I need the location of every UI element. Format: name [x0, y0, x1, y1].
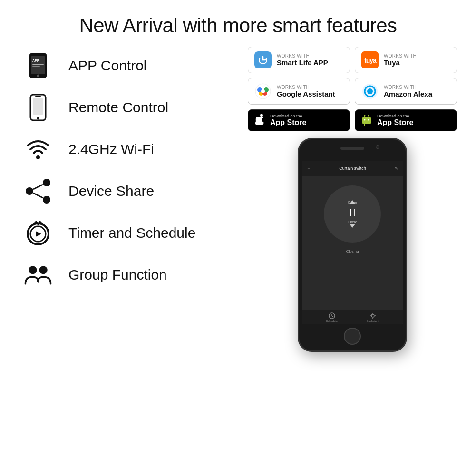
phone-header-title: Curtain switch [311, 166, 395, 171]
page-title: New Arrival with more smart features [0, 0, 476, 47]
svg-point-12 [43, 179, 50, 186]
phone-backlight-label: BackLight [366, 320, 379, 322]
android-store-line1: Download on the [377, 114, 413, 118]
badge-google-assistant: WORKS WITH Google Assistant [248, 78, 350, 105]
alexa-name: Amazon Alexa [384, 90, 432, 98]
svg-line-38 [364, 115, 365, 117]
svg-point-6 [37, 75, 39, 77]
svg-rect-3 [32, 64, 44, 65]
svg-line-16 [33, 193, 43, 198]
svg-point-31 [261, 89, 265, 93]
svg-point-40 [364, 119, 366, 121]
android-app-store-badge[interactable]: Download on the App Store [355, 109, 457, 131]
android-icon [360, 113, 373, 128]
phone-screen: ← Curtain switch ✎ Open [302, 161, 403, 324]
smart-life-icon [254, 51, 272, 69]
group-icon [19, 261, 57, 289]
svg-text:tuya: tuya [364, 57, 377, 64]
phone-body: Open | | Close Closing [302, 176, 403, 324]
feature-wifi-label: 2.4GHz Wi-Fi [68, 141, 154, 157]
feature-remote-control-label: Remote Control [68, 99, 168, 116]
tuya-text: WORKS WITH Tuya [384, 53, 417, 67]
svg-rect-5 [32, 68, 42, 68]
svg-point-9 [37, 117, 39, 120]
svg-rect-4 [32, 66, 40, 67]
svg-rect-35 [362, 117, 371, 124]
feature-group-label: Group Function [68, 267, 167, 283]
svg-point-43 [371, 314, 374, 317]
svg-line-15 [33, 185, 43, 189]
phone-home-button [344, 328, 361, 345]
smartphone-icon [19, 93, 57, 122]
svg-point-34 [367, 88, 373, 94]
google-assistant-name: Google Assistant [277, 90, 335, 98]
curtain-closing-label: Closing [346, 249, 359, 253]
android-store-text: Download on the App Store [377, 114, 413, 127]
feature-wifi: 2.4GHz Wi-Fi [19, 135, 248, 164]
ios-store-line2: App Store [270, 118, 306, 127]
phone-camera [376, 145, 379, 149]
google-works-with: WORKS WITH [277, 85, 335, 90]
right-panel: WORKS WITH Smart Life APP tuya WORKS WIT… [248, 47, 457, 352]
feature-app-control-label: APP Control [68, 58, 147, 74]
svg-text:APP: APP [32, 59, 39, 62]
feature-remote-control: Remote Control [19, 93, 248, 122]
tuya-works-with: WORKS WITH [384, 53, 417, 58]
feature-list: APP APP Control Remote Control [19, 47, 248, 352]
svg-rect-10 [35, 96, 41, 97]
smart-life-works-with: WORKS WITH [277, 53, 328, 58]
badges-grid: WORKS WITH Smart Life APP tuya WORKS WIT… [248, 47, 457, 131]
feature-timer: Timer and Schedule [19, 219, 248, 247]
ios-store-text: Download on the App Store [270, 114, 306, 127]
google-assistant-text: WORKS WITH Google Assistant [277, 85, 335, 98]
badge-smart-life: WORKS WITH Smart Life APP [248, 47, 350, 73]
smart-life-name: Smart Life APP [277, 58, 328, 67]
svg-marker-19 [36, 231, 41, 237]
smart-life-text: WORKS WITH Smart Life APP [277, 53, 328, 67]
phone-header: ← Curtain switch ✎ [302, 161, 403, 176]
ios-app-store-badge[interactable]: Download on the App Store [248, 109, 350, 131]
svg-point-13 [26, 187, 33, 195]
phone-schedule-label: Schedule [326, 320, 338, 322]
phone-backlight-btn: BackLight [366, 312, 379, 322]
curtain-close-label: Close [348, 220, 357, 224]
phone-schedule-btn: Schedule [326, 312, 338, 322]
svg-rect-8 [33, 98, 43, 115]
feature-device-share: Device Share [19, 177, 248, 205]
badge-tuya: tuya WORKS WITH Tuya [355, 47, 457, 73]
svg-point-21 [29, 266, 37, 274]
google-icon [254, 82, 272, 100]
svg-point-41 [368, 119, 369, 121]
ios-store-line1: Download on the [270, 114, 306, 118]
svg-point-14 [43, 196, 50, 204]
curtain-close-arrow [350, 224, 355, 228]
phone-icon: APP [19, 51, 57, 80]
alexa-works-with: WORKS WITH [384, 85, 432, 90]
timer-icon [19, 219, 57, 247]
android-store-line2: App Store [377, 118, 413, 127]
wifi-icon [19, 135, 57, 164]
feature-device-share-label: Device Share [68, 183, 154, 199]
feature-app-control: APP APP Control [19, 51, 248, 80]
curtain-pause-symbol: | | [350, 208, 355, 216]
svg-point-22 [39, 266, 48, 274]
curtain-control-circle: Open | | Close [324, 185, 381, 243]
amazon-alexa-text: WORKS WITH Amazon Alexa [384, 85, 432, 98]
tuya-name: Tuya [384, 58, 417, 67]
svg-line-39 [369, 115, 369, 117]
curtain-open-label: Open [348, 200, 357, 204]
badge-amazon-alexa: WORKS WITH Amazon Alexa [355, 78, 457, 105]
tuya-icon: tuya [361, 51, 379, 69]
share-icon [19, 177, 57, 205]
phone-speaker [340, 147, 364, 150]
phone-mockup: ← Curtain switch ✎ Open [298, 138, 407, 352]
feature-group: Group Function [19, 261, 248, 289]
feature-timer-label: Timer and Schedule [68, 225, 195, 241]
svg-point-11 [36, 155, 40, 159]
alexa-icon [361, 82, 379, 100]
apple-icon [253, 113, 266, 128]
